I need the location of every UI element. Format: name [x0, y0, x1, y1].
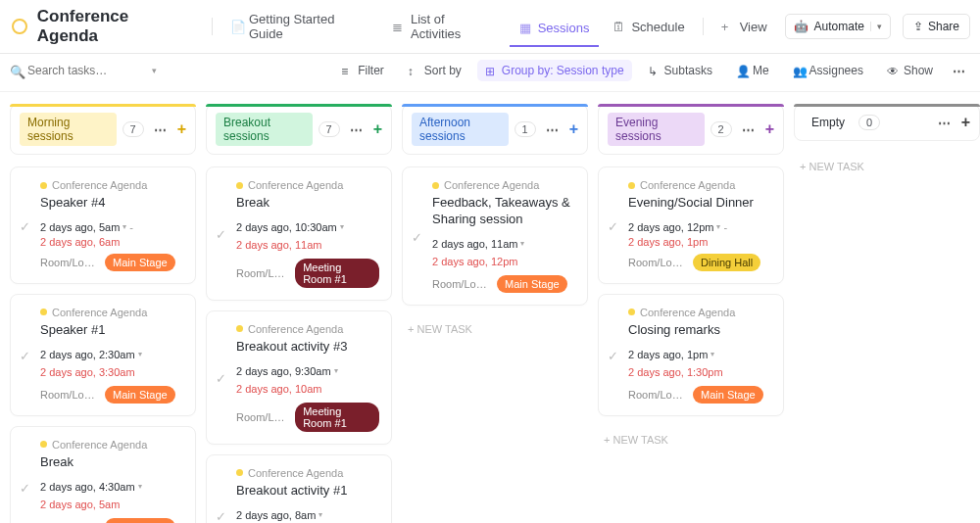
view-toolbar: 🔍 ▾ ≡ Filter ↕ Sort by ⊞ Group by: Sessi… [0, 54, 980, 92]
task-card[interactable]: ✓Conference AgendaBreak2 days ago, 4:30a… [10, 426, 196, 523]
column-add-button[interactable]: + [765, 120, 774, 138]
subtasks-button[interactable]: ↳ Subtasks [640, 60, 720, 81]
sort-icon: ↕ [408, 65, 419, 76]
board-icon: ▦ [519, 21, 533, 34]
new-task-button[interactable]: NEW TASK [794, 153, 980, 180]
complete-check-icon[interactable]: ✓ [608, 218, 620, 231]
complete-check-icon[interactable]: ✓ [216, 371, 228, 384]
column-header[interactable]: Breakout sessions7⋯+ [206, 104, 392, 155]
task-card[interactable]: ✓Conference AgendaEvening/Social Dinner2… [598, 166, 784, 284]
column-more-button[interactable]: ⋯ [934, 114, 956, 132]
task-card[interactable]: ✓Conference AgendaSpeaker #42 days ago, … [10, 166, 196, 284]
assignees-button[interactable]: 👥 Assignees [785, 60, 871, 81]
column-add-button[interactable]: + [961, 114, 970, 131]
new-task-button[interactable]: NEW TASK [598, 426, 784, 453]
crumb-text: Conference Agenda [52, 179, 147, 191]
chevron-down-icon: ▾ [318, 510, 322, 519]
space-logo-icon [12, 19, 27, 34]
start-date: 2 days ago, 11am▾ [432, 238, 575, 250]
crumb-text: Conference Agenda [52, 439, 147, 451]
date-range: 2 days ago, 5am▾-2 days ago, 6am [40, 221, 183, 248]
nav-tab-sessions[interactable]: ▦Sessions [510, 15, 600, 47]
task-card[interactable]: ✓Conference AgendaSpeaker #12 days ago, … [10, 294, 196, 416]
column-add-button[interactable]: + [373, 120, 382, 138]
column-add-button[interactable]: + [177, 120, 186, 138]
location-field: Room/Loca…Meeting Room #1 [236, 259, 379, 288]
column-count: 7 [122, 121, 144, 137]
task-card[interactable]: ✓Conference AgendaClosing remarks2 days … [598, 294, 784, 416]
task-title: Break [40, 454, 183, 471]
column-header[interactable]: Empty0⋯+ [794, 104, 980, 141]
share-button[interactable]: ⇪ Share [903, 14, 970, 39]
nav-tab-schedule[interactable]: 🗓Schedule [603, 14, 694, 40]
chevron-down-icon[interactable]: ▾ [152, 66, 157, 75]
task-card[interactable]: ✓Conference AgendaFeedback, Takeaways & … [402, 166, 588, 306]
start-date: 2 days ago, 4:30am▾ [40, 481, 183, 493]
due-date: 2 days ago, 1:30pm [628, 366, 771, 378]
search-wrap: 🔍 ▾ [10, 64, 157, 77]
complete-check-icon[interactable]: ✓ [216, 509, 228, 522]
groupby-button[interactable]: ⊞ Group by: Session type [477, 60, 632, 81]
column-more-button[interactable]: ⋯ [150, 120, 172, 139]
complete-check-icon[interactable]: ✓ [20, 218, 32, 231]
location-field: Room/Loca…Main Stage [628, 386, 771, 404]
start-date: 2 days ago, 1pm▾ [628, 349, 771, 360]
filter-button[interactable]: ≡ Filter [333, 60, 392, 81]
column-header[interactable]: Evening sessions2⋯+ [598, 104, 784, 155]
task-title: Breakout activity #3 [236, 339, 379, 356]
nav-tab-view[interactable]: +View [711, 14, 777, 40]
due-date: 2 days ago, 3:30am [40, 366, 183, 378]
more-options-button[interactable]: ⋯ [949, 62, 970, 80]
filter-icon: ≡ [341, 65, 353, 76]
chevron-down-icon[interactable]: ▾ [870, 22, 882, 31]
calendar-icon: 🗓 [612, 20, 626, 33]
column-more-button[interactable]: ⋯ [542, 120, 564, 139]
new-task-button[interactable]: NEW TASK [402, 315, 588, 343]
column-morning: Morning sessions7⋯+✓Conference AgendaSpe… [10, 104, 196, 523]
search-input[interactable] [27, 64, 125, 77]
location-chip: Main Stage [105, 518, 175, 523]
show-button[interactable]: 👁 Show [879, 60, 941, 81]
nav-tab-getting-started-guide[interactable]: 📄Getting Started Guide [220, 6, 378, 47]
group-label: Group by: Session type [502, 64, 624, 77]
task-card[interactable]: ✓Conference AgendaBreakout activity #32 … [206, 310, 392, 445]
complete-check-icon[interactable]: ✓ [608, 349, 620, 361]
column-header[interactable]: Morning sessions7⋯+ [10, 104, 196, 155]
task-title: Closing remarks [628, 322, 771, 339]
status-dot-icon [40, 309, 47, 315]
column-more-button[interactable]: ⋯ [738, 120, 760, 139]
breadcrumb: Conference Agenda [236, 323, 379, 335]
task-card[interactable]: ✓Conference AgendaBreak2 days ago, 10:30… [206, 166, 392, 301]
filter-label: Filter [358, 64, 384, 77]
chevron-down-icon: ▾ [334, 366, 338, 375]
due-date: 2 days ago, 10am [236, 383, 379, 395]
complete-check-icon[interactable]: ✓ [412, 229, 424, 242]
column-title-badge: Empty [804, 113, 853, 132]
status-dot-icon [40, 182, 47, 189]
status-dot-icon [40, 441, 47, 448]
sort-button[interactable]: ↕ Sort by [400, 60, 469, 81]
automate-label: Automate [814, 20, 864, 33]
location-chip: Main Stage [105, 254, 175, 271]
automate-button[interactable]: 🤖 Automate ▾ [785, 14, 891, 39]
breadcrumb: Conference Agenda [432, 179, 575, 191]
me-button[interactable]: 👤 Me [728, 60, 777, 81]
column-more-button[interactable]: ⋯ [346, 120, 368, 139]
task-card[interactable]: ✓Conference AgendaBreakout activity #12 … [206, 454, 392, 523]
complete-check-icon[interactable]: ✓ [216, 227, 228, 240]
column-header[interactable]: Afternoon sessions1⋯+ [402, 104, 588, 155]
location-field: Room/Loca…Main Stage [40, 518, 183, 523]
robot-icon: 🤖 [794, 20, 808, 33]
divider [703, 18, 704, 35]
breadcrumb: Conference Agenda [236, 467, 379, 479]
breadcrumb: Conference Agenda [628, 307, 771, 318]
complete-check-icon[interactable]: ✓ [20, 481, 32, 494]
location-label: Room/Loca… [40, 389, 99, 401]
column-add-button[interactable]: + [569, 120, 578, 138]
nav-tab-list-of-activities[interactable]: ≣List of Activities [382, 6, 505, 47]
complete-check-icon[interactable]: ✓ [20, 349, 32, 361]
plus-icon: + [721, 20, 735, 33]
breadcrumb: Conference Agenda [40, 307, 183, 318]
status-dot-icon [432, 182, 439, 189]
column-count: 1 [514, 121, 536, 137]
